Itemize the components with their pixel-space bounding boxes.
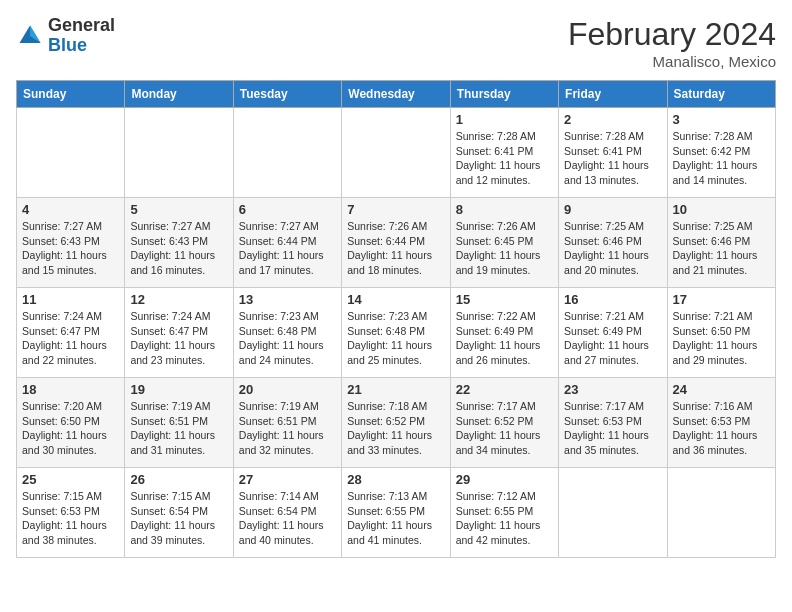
day-number: 29	[456, 472, 553, 487]
table-row: 22Sunrise: 7:17 AMSunset: 6:52 PMDayligh…	[450, 378, 558, 468]
logo-blue-text: Blue	[48, 35, 87, 55]
title-block: February 2024 Manalisco, Mexico	[568, 16, 776, 70]
table-row: 12Sunrise: 7:24 AMSunset: 6:47 PMDayligh…	[125, 288, 233, 378]
logo-general: General	[48, 15, 115, 35]
day-number: 7	[347, 202, 444, 217]
table-row: 5Sunrise: 7:27 AMSunset: 6:43 PMDaylight…	[125, 198, 233, 288]
table-row: 17Sunrise: 7:21 AMSunset: 6:50 PMDayligh…	[667, 288, 775, 378]
day-number: 16	[564, 292, 661, 307]
calendar-week-row: 25Sunrise: 7:15 AMSunset: 6:53 PMDayligh…	[17, 468, 776, 558]
col-friday: Friday	[559, 81, 667, 108]
day-info: Sunrise: 7:14 AMSunset: 6:54 PMDaylight:…	[239, 489, 336, 548]
table-row: 8Sunrise: 7:26 AMSunset: 6:45 PMDaylight…	[450, 198, 558, 288]
day-info: Sunrise: 7:27 AMSunset: 6:43 PMDaylight:…	[22, 219, 119, 278]
table-row: 13Sunrise: 7:23 AMSunset: 6:48 PMDayligh…	[233, 288, 341, 378]
day-number: 25	[22, 472, 119, 487]
table-row: 23Sunrise: 7:17 AMSunset: 6:53 PMDayligh…	[559, 378, 667, 468]
day-number: 13	[239, 292, 336, 307]
day-info: Sunrise: 7:20 AMSunset: 6:50 PMDaylight:…	[22, 399, 119, 458]
day-number: 3	[673, 112, 770, 127]
day-number: 5	[130, 202, 227, 217]
table-row: 27Sunrise: 7:14 AMSunset: 6:54 PMDayligh…	[233, 468, 341, 558]
table-row: 7Sunrise: 7:26 AMSunset: 6:44 PMDaylight…	[342, 198, 450, 288]
day-info: Sunrise: 7:19 AMSunset: 6:51 PMDaylight:…	[239, 399, 336, 458]
day-number: 26	[130, 472, 227, 487]
day-info: Sunrise: 7:21 AMSunset: 6:50 PMDaylight:…	[673, 309, 770, 368]
day-number: 21	[347, 382, 444, 397]
col-wednesday: Wednesday	[342, 81, 450, 108]
day-number: 11	[22, 292, 119, 307]
calendar-week-row: 4Sunrise: 7:27 AMSunset: 6:43 PMDaylight…	[17, 198, 776, 288]
table-row: 10Sunrise: 7:25 AMSunset: 6:46 PMDayligh…	[667, 198, 775, 288]
day-number: 20	[239, 382, 336, 397]
day-number: 1	[456, 112, 553, 127]
page-header: General Blue February 2024 Manalisco, Me…	[16, 16, 776, 70]
table-row	[342, 108, 450, 198]
day-number: 6	[239, 202, 336, 217]
day-info: Sunrise: 7:15 AMSunset: 6:54 PMDaylight:…	[130, 489, 227, 548]
day-number: 22	[456, 382, 553, 397]
col-monday: Monday	[125, 81, 233, 108]
col-saturday: Saturday	[667, 81, 775, 108]
table-row: 24Sunrise: 7:16 AMSunset: 6:53 PMDayligh…	[667, 378, 775, 468]
logo-icon	[16, 22, 44, 50]
day-info: Sunrise: 7:17 AMSunset: 6:53 PMDaylight:…	[564, 399, 661, 458]
day-info: Sunrise: 7:23 AMSunset: 6:48 PMDaylight:…	[239, 309, 336, 368]
logo: General Blue	[16, 16, 115, 56]
table-row: 3Sunrise: 7:28 AMSunset: 6:42 PMDaylight…	[667, 108, 775, 198]
table-row: 14Sunrise: 7:23 AMSunset: 6:48 PMDayligh…	[342, 288, 450, 378]
table-row: 29Sunrise: 7:12 AMSunset: 6:55 PMDayligh…	[450, 468, 558, 558]
table-row: 1Sunrise: 7:28 AMSunset: 6:41 PMDaylight…	[450, 108, 558, 198]
day-info: Sunrise: 7:17 AMSunset: 6:52 PMDaylight:…	[456, 399, 553, 458]
day-info: Sunrise: 7:19 AMSunset: 6:51 PMDaylight:…	[130, 399, 227, 458]
table-row	[667, 468, 775, 558]
table-row: 28Sunrise: 7:13 AMSunset: 6:55 PMDayligh…	[342, 468, 450, 558]
day-info: Sunrise: 7:24 AMSunset: 6:47 PMDaylight:…	[22, 309, 119, 368]
day-number: 23	[564, 382, 661, 397]
day-info: Sunrise: 7:21 AMSunset: 6:49 PMDaylight:…	[564, 309, 661, 368]
calendar-week-row: 18Sunrise: 7:20 AMSunset: 6:50 PMDayligh…	[17, 378, 776, 468]
table-row: 16Sunrise: 7:21 AMSunset: 6:49 PMDayligh…	[559, 288, 667, 378]
day-number: 14	[347, 292, 444, 307]
day-info: Sunrise: 7:25 AMSunset: 6:46 PMDaylight:…	[673, 219, 770, 278]
table-row: 26Sunrise: 7:15 AMSunset: 6:54 PMDayligh…	[125, 468, 233, 558]
month-year-title: February 2024	[568, 16, 776, 53]
day-info: Sunrise: 7:15 AMSunset: 6:53 PMDaylight:…	[22, 489, 119, 548]
day-number: 10	[673, 202, 770, 217]
col-tuesday: Tuesday	[233, 81, 341, 108]
day-number: 2	[564, 112, 661, 127]
table-row	[17, 108, 125, 198]
day-info: Sunrise: 7:27 AMSunset: 6:43 PMDaylight:…	[130, 219, 227, 278]
table-row: 18Sunrise: 7:20 AMSunset: 6:50 PMDayligh…	[17, 378, 125, 468]
table-row	[125, 108, 233, 198]
day-info: Sunrise: 7:24 AMSunset: 6:47 PMDaylight:…	[130, 309, 227, 368]
day-info: Sunrise: 7:27 AMSunset: 6:44 PMDaylight:…	[239, 219, 336, 278]
day-info: Sunrise: 7:25 AMSunset: 6:46 PMDaylight:…	[564, 219, 661, 278]
table-row: 11Sunrise: 7:24 AMSunset: 6:47 PMDayligh…	[17, 288, 125, 378]
calendar-week-row: 1Sunrise: 7:28 AMSunset: 6:41 PMDaylight…	[17, 108, 776, 198]
day-number: 19	[130, 382, 227, 397]
day-info: Sunrise: 7:26 AMSunset: 6:44 PMDaylight:…	[347, 219, 444, 278]
day-number: 9	[564, 202, 661, 217]
day-number: 15	[456, 292, 553, 307]
table-row	[559, 468, 667, 558]
table-row: 19Sunrise: 7:19 AMSunset: 6:51 PMDayligh…	[125, 378, 233, 468]
table-row: 21Sunrise: 7:18 AMSunset: 6:52 PMDayligh…	[342, 378, 450, 468]
table-row: 25Sunrise: 7:15 AMSunset: 6:53 PMDayligh…	[17, 468, 125, 558]
day-number: 18	[22, 382, 119, 397]
day-info: Sunrise: 7:22 AMSunset: 6:49 PMDaylight:…	[456, 309, 553, 368]
day-info: Sunrise: 7:18 AMSunset: 6:52 PMDaylight:…	[347, 399, 444, 458]
table-row: 2Sunrise: 7:28 AMSunset: 6:41 PMDaylight…	[559, 108, 667, 198]
table-row: 9Sunrise: 7:25 AMSunset: 6:46 PMDaylight…	[559, 198, 667, 288]
col-sunday: Sunday	[17, 81, 125, 108]
day-info: Sunrise: 7:26 AMSunset: 6:45 PMDaylight:…	[456, 219, 553, 278]
day-info: Sunrise: 7:12 AMSunset: 6:55 PMDaylight:…	[456, 489, 553, 548]
day-number: 27	[239, 472, 336, 487]
table-row: 4Sunrise: 7:27 AMSunset: 6:43 PMDaylight…	[17, 198, 125, 288]
day-number: 17	[673, 292, 770, 307]
day-number: 12	[130, 292, 227, 307]
table-row: 15Sunrise: 7:22 AMSunset: 6:49 PMDayligh…	[450, 288, 558, 378]
calendar-week-row: 11Sunrise: 7:24 AMSunset: 6:47 PMDayligh…	[17, 288, 776, 378]
day-info: Sunrise: 7:13 AMSunset: 6:55 PMDaylight:…	[347, 489, 444, 548]
calendar-header-row: Sunday Monday Tuesday Wednesday Thursday…	[17, 81, 776, 108]
